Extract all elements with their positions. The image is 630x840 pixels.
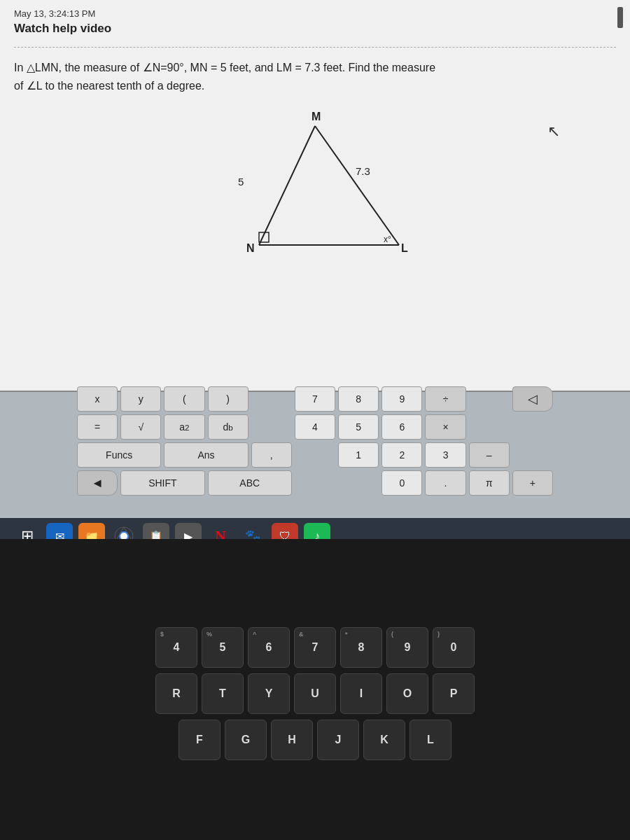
triangle-diagram: M N L 5 7.3 x° ↖	[14, 102, 616, 276]
btn-3[interactable]: 3	[425, 442, 465, 468]
btn-dot[interactable]: .	[425, 470, 465, 496]
kb-key-i[interactable]: I	[340, 673, 382, 714]
btn-equals[interactable]: =	[77, 414, 118, 440]
btn-abc[interactable]: ABC	[208, 470, 292, 496]
btn-sqrt[interactable]: √	[120, 414, 161, 440]
kb-key-7[interactable]: & 7	[294, 627, 336, 668]
svg-text:7.3: 7.3	[356, 165, 370, 177]
watch-help-link[interactable]: Watch help video	[14, 22, 616, 36]
calculator-keyboard: x y ( ) 7 8 9 ÷ ◁ = √ a2 db 4 5 6 × Func…	[0, 392, 630, 518]
btn-enter[interactable]: ◄	[77, 470, 118, 496]
svg-line-2	[315, 126, 399, 245]
cursor-arrow: ↖	[547, 122, 560, 141]
problem-text: In △LMN, the measure of ∠N=90°, MN = 5 f…	[14, 59, 616, 94]
svg-text:N: N	[246, 242, 255, 254]
btn-ans[interactable]: Ans	[164, 442, 248, 468]
btn-y[interactable]: y	[120, 386, 161, 412]
kb-key-f[interactable]: F	[178, 720, 220, 760]
btn-comma[interactable]: ,	[251, 442, 292, 468]
btn-a-squared[interactable]: a2	[164, 414, 204, 440]
btn-close-paren[interactable]: )	[208, 386, 248, 412]
btn-plus[interactable]: +	[512, 470, 553, 496]
btn-2[interactable]: 2	[382, 442, 422, 468]
svg-line-0	[259, 126, 315, 245]
btn-backspace[interactable]: ◁	[512, 386, 553, 412]
btn-0[interactable]: 0	[382, 470, 422, 496]
kb-key-y[interactable]: Y	[248, 673, 290, 714]
spacer6	[295, 442, 335, 468]
btn-open-paren[interactable]: (	[164, 386, 204, 412]
kb-key-j[interactable]: J	[317, 720, 359, 760]
kb-key-o[interactable]: O	[386, 673, 428, 714]
triangle-svg: M N L 5 7.3 x°	[203, 112, 427, 266]
kb-key-h[interactable]: H	[271, 720, 313, 760]
btn-8[interactable]: 8	[338, 386, 379, 412]
spacer1	[251, 386, 292, 412]
kb-key-5[interactable]: % 5	[202, 627, 244, 668]
kb-key-8[interactable]: * 8	[340, 627, 382, 668]
kb-qwerty-row: R T Y U I O P	[155, 673, 475, 714]
kb-asdf-row: F G H J K L	[178, 720, 451, 760]
btn-d-pow[interactable]: db	[208, 414, 248, 440]
kb-key-l[interactable]: L	[410, 720, 451, 760]
btn-1[interactable]: 1	[338, 442, 379, 468]
btn-shift[interactable]: SHIFT	[120, 470, 204, 496]
spacer7	[512, 442, 553, 468]
btn-minus[interactable]: –	[469, 442, 510, 468]
kb-key-4[interactable]: $ 4	[155, 627, 197, 668]
svg-text:x°: x°	[384, 234, 391, 244]
kb-key-g[interactable]: G	[225, 720, 267, 760]
kb-key-6[interactable]: ^ 6	[248, 627, 290, 668]
spacer8	[295, 470, 335, 496]
kb-key-p[interactable]: P	[433, 673, 475, 714]
laptop-keyboard: $ 4 % 5 ^ 6 & 7 * 8 ( 9 ) 0 R	[0, 539, 630, 840]
spacer4	[469, 414, 510, 440]
kb-key-k[interactable]: K	[363, 720, 405, 760]
kb-key-0[interactable]: ) 0	[433, 627, 475, 668]
content-area: May 13, 3:24:13 PM Watch help video In △…	[0, 0, 630, 392]
btn-6[interactable]: 6	[382, 414, 422, 440]
kb-key-t[interactable]: T	[202, 673, 244, 714]
kb-key-u[interactable]: U	[294, 673, 336, 714]
kb-number-row: $ 4 % 5 ^ 6 & 7 * 8 ( 9 ) 0	[155, 627, 475, 668]
svg-text:M: M	[312, 112, 321, 122]
btn-5[interactable]: 5	[338, 414, 379, 440]
spacer2	[469, 386, 510, 412]
svg-text:L: L	[401, 242, 408, 254]
scroll-indicator	[617, 7, 623, 28]
timestamp: May 13, 3:24:13 PM	[14, 8, 616, 19]
calc-buttons-grid: x y ( ) 7 8 9 ÷ ◁ = √ a2 db 4 5 6 × Func…	[77, 386, 553, 524]
spacer3	[251, 414, 292, 440]
svg-text:5: 5	[238, 176, 244, 188]
divider	[14, 47, 616, 48]
spacer9	[338, 470, 379, 496]
spacer5	[512, 414, 553, 440]
btn-pi[interactable]: π	[469, 470, 510, 496]
kb-key-r[interactable]: R	[155, 673, 197, 714]
btn-4[interactable]: 4	[295, 414, 335, 440]
btn-7[interactable]: 7	[295, 386, 335, 412]
kb-key-9[interactable]: ( 9	[386, 627, 428, 668]
btn-divide[interactable]: ÷	[425, 386, 465, 412]
btn-x[interactable]: x	[77, 386, 118, 412]
btn-multiply[interactable]: ×	[425, 414, 465, 440]
btn-funcs[interactable]: Funcs	[77, 442, 161, 468]
btn-9[interactable]: 9	[382, 386, 422, 412]
